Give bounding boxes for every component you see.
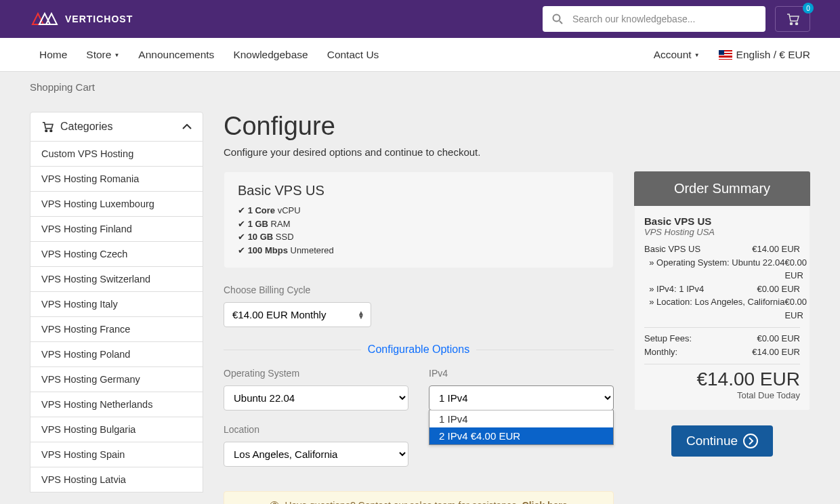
svg-point-6	[744, 434, 757, 448]
ipv4-option-1[interactable]: 1 IPv4	[429, 411, 613, 427]
sidebar-item-category[interactable]: VPS Hosting Bulgaria	[30, 417, 203, 442]
flag-icon	[719, 50, 732, 60]
svg-point-3	[796, 23, 798, 25]
svg-point-4	[45, 130, 47, 132]
nav-store[interactable]: Store▼	[77, 49, 129, 61]
os-label: Operating System	[224, 368, 408, 379]
summary-category: VPS Hosting USA	[644, 227, 800, 237]
sidebar-item-category[interactable]: VPS Hosting Switzerland	[30, 266, 203, 291]
product-spec: ✔ 1 Core vCPU	[238, 204, 600, 217]
billing-cycle-select[interactable]: €14.00 EUR Monthly	[224, 302, 371, 327]
summary-line: Basic VPS US€14.00 EUR	[644, 243, 800, 256]
page-title: Configure	[224, 112, 810, 141]
summary-line: » Location: Los Angeles, California€0.00…	[644, 295, 800, 322]
location-select[interactable]: Los Angeles, California	[224, 442, 408, 467]
brand-text: VERTICHOST	[65, 14, 133, 24]
sidebar-item-category[interactable]: VPS Hosting Spain	[30, 442, 203, 467]
nav-announcements[interactable]: Announcements	[129, 49, 224, 61]
cart-button[interactable]: 0	[775, 6, 810, 32]
sidebar-item-category[interactable]: VPS Hosting Czech	[30, 241, 203, 266]
cart-icon	[786, 13, 799, 25]
cart-count-badge: 0	[803, 3, 814, 14]
summary-fee: Setup Fees:€0.00 EUR	[644, 332, 800, 345]
product-spec: ✔ 100 Mbps Unmetered	[238, 244, 600, 257]
svg-point-2	[791, 23, 793, 25]
product-summary-box: Basic VPS US ✔ 1 Core vCPU✔ 1 GB RAM✔ 10…	[224, 171, 614, 268]
breadcrumb[interactable]: Shopping Cart	[30, 81, 95, 93]
sidebar-item-category[interactable]: VPS Hosting Romania	[30, 166, 203, 191]
nav-language[interactable]: English / € EUR	[719, 49, 810, 61]
help-link[interactable]: Click here	[522, 500, 568, 504]
chevron-up-icon	[182, 124, 192, 129]
billing-label: Choose Billing Cycle	[224, 285, 614, 295]
sidebar-item-category[interactable]: VPS Hosting Germany	[30, 366, 203, 392]
cart-icon	[41, 121, 54, 132]
ipv4-dropdown-list[interactable]: 1 IPv4 2 IPv4 €4.00 EUR	[429, 410, 614, 445]
page-subtitle: Configure your desired options and conti…	[224, 146, 810, 158]
sidebar-item-category[interactable]: VPS Hosting Finland	[30, 216, 203, 241]
ipv4-label: IPv4	[429, 368, 614, 379]
chevron-down-icon: ▼	[694, 52, 700, 58]
summary-due-label: Total Due Today	[644, 390, 800, 400]
ipv4-select[interactable]: 1 IPv4	[429, 385, 614, 411]
search-icon	[552, 14, 563, 24]
sidebar-item-category[interactable]: VPS Hosting Latvia	[30, 467, 203, 492]
summary-line: » IPv4: 1 IPv4€0.00 EUR	[644, 282, 800, 296]
brand-logo[interactable]: VERTICHOST	[30, 9, 133, 28]
sidebar-item-category[interactable]: VPS Hosting Italy	[30, 291, 203, 316]
product-spec: ✔ 10 GB SSD	[238, 230, 600, 244]
order-summary-title: Order Summary	[634, 171, 810, 206]
nav-home[interactable]: Home	[30, 49, 77, 61]
sidebar-item-category[interactable]: Custom VPS Hosting	[30, 142, 203, 166]
svg-line-1	[560, 21, 562, 24]
svg-point-5	[50, 130, 52, 132]
logo-icon	[30, 9, 62, 28]
svg-point-0	[553, 15, 560, 22]
product-name: Basic VPS US	[238, 183, 600, 198]
os-select[interactable]: Ubuntu 22.04	[224, 385, 408, 411]
config-section-title: Configurable Options	[361, 343, 476, 356]
help-banner: ? Have questions? Contact our sales team…	[224, 491, 614, 504]
summary-line: » Operating System: Ubuntu 22.04€0.00 EU…	[644, 256, 800, 282]
sidebar-item-category[interactable]: VPS Hosting France	[30, 316, 203, 341]
ipv4-option-2[interactable]: 2 IPv4 €4.00 EUR	[429, 427, 613, 444]
search-input[interactable]	[543, 6, 765, 32]
product-spec: ✔ 1 GB RAM	[238, 217, 600, 231]
categories-toggle[interactable]: Categories	[30, 112, 203, 142]
summary-fee: Monthly:€14.00 EUR	[644, 345, 800, 359]
sidebar-item-category[interactable]: VPS Hosting Luxembourg	[30, 191, 203, 216]
nav-knowledgebase[interactable]: Knowledgebase	[224, 49, 317, 61]
location-label: Location	[224, 424, 408, 435]
categories-title: Categories	[60, 121, 112, 133]
arrow-right-circle-icon	[743, 434, 758, 448]
sidebar-item-category[interactable]: VPS Hosting Netherlands	[30, 392, 203, 417]
sidebar-item-category[interactable]: VPS Hosting Poland	[30, 341, 203, 366]
question-icon: ?	[270, 501, 279, 504]
summary-product: Basic VPS US	[644, 215, 800, 227]
summary-total: €14.00 EUR	[644, 369, 800, 390]
continue-button[interactable]: Continue	[671, 425, 773, 457]
nav-contact[interactable]: Contact Us	[318, 49, 389, 61]
nav-account[interactable]: Account▼	[644, 49, 709, 61]
chevron-down-icon: ▼	[114, 52, 119, 58]
